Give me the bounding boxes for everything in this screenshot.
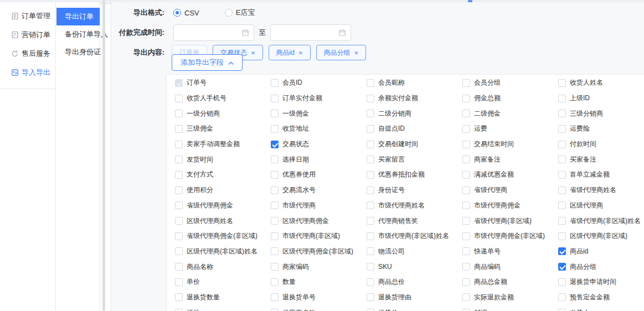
field-checkbox[interactable] <box>175 186 183 194</box>
field-item[interactable]: 省级代理商姓名 <box>558 185 644 195</box>
field-checkbox[interactable] <box>558 171 566 179</box>
field-item[interactable]: 上级ID <box>558 94 644 103</box>
remove-tag-icon[interactable]: × <box>298 49 303 56</box>
tag-product-id[interactable]: 商品id × <box>269 45 311 60</box>
vertical-scrollbar[interactable] <box>102 0 105 311</box>
field-item[interactable]: 买家备注 <box>558 155 644 164</box>
radio-edianbao[interactable]: E店宝 <box>225 8 255 18</box>
field-item[interactable]: 区级代理商(非区域)姓名 <box>175 247 271 256</box>
field-checkbox[interactable] <box>462 95 470 102</box>
field-checkbox[interactable] <box>175 125 183 133</box>
field-item[interactable]: 订单号 <box>175 78 271 87</box>
field-checkbox[interactable] <box>462 141 470 148</box>
field-checkbox[interactable] <box>558 79 566 87</box>
field-item[interactable]: 市级代理商佣金(非区域) <box>462 231 558 241</box>
field-item[interactable]: 商品分组 <box>558 262 644 272</box>
field-item[interactable]: 市级代理商(非区域)姓名 <box>367 231 462 241</box>
field-item[interactable]: 省级代理商(非区域) <box>462 216 558 226</box>
field-item[interactable]: 收货人手机号 <box>175 94 271 103</box>
field-checkbox[interactable] <box>462 110 470 117</box>
field-item[interactable]: 交易结束时间 <box>462 139 558 149</box>
field-item[interactable]: 区级代理商(非区域) <box>558 231 644 241</box>
field-item[interactable]: 快递单号 <box>462 247 558 256</box>
field-checkbox[interactable] <box>367 201 374 209</box>
field-checkbox[interactable] <box>462 263 470 271</box>
field-item[interactable]: 区级代理商姓名 <box>175 216 271 226</box>
field-item[interactable]: 市级代理商姓名 <box>367 201 462 210</box>
field-checkbox[interactable] <box>175 79 183 87</box>
field-item[interactable]: 发货人 <box>558 308 644 311</box>
field-item[interactable]: 会员昵称 <box>367 78 462 87</box>
field-checkbox[interactable] <box>462 201 470 209</box>
field-item[interactable]: 区级代理商 <box>558 201 644 210</box>
calendar-icon[interactable] <box>338 29 346 37</box>
field-item[interactable]: 邮编 <box>462 308 558 311</box>
field-item[interactable]: 余额实付金额 <box>367 94 462 103</box>
remove-tag-icon[interactable]: × <box>251 49 255 56</box>
field-checkbox[interactable] <box>558 95 566 102</box>
field-checkbox[interactable] <box>462 232 470 240</box>
field-checkbox[interactable] <box>558 217 566 225</box>
field-item[interactable]: 优惠券抵扣金额 <box>367 170 462 179</box>
field-item[interactable]: 实际退款金额 <box>462 293 558 302</box>
field-item[interactable]: SKU <box>367 263 462 271</box>
field-item[interactable]: 交易创建时间 <box>367 139 462 149</box>
field-item[interactable]: 一级佣金 <box>271 109 367 118</box>
sidebar-item-marketing-orders[interactable]: 营销订单 <box>0 25 55 44</box>
field-item[interactable]: 佣金总额 <box>462 94 558 103</box>
field-item[interactable]: 商品编码 <box>462 262 558 272</box>
submenu-item-export-orders[interactable]: 导出订单 <box>56 8 100 25</box>
field-checkbox[interactable] <box>271 278 279 286</box>
radio-circle-icon[interactable] <box>225 9 233 17</box>
field-checkbox[interactable] <box>271 201 279 209</box>
field-item[interactable]: 省级代理商(非区域)姓名 <box>558 216 644 226</box>
field-item[interactable]: 商品名称 <box>175 262 271 272</box>
field-checkbox[interactable] <box>367 293 374 301</box>
field-checkbox[interactable] <box>558 278 566 286</box>
field-checkbox[interactable] <box>175 278 183 286</box>
field-item[interactable]: 商品总金额 <box>462 277 558 287</box>
field-checkbox[interactable] <box>271 232 279 240</box>
field-item[interactable]: 选择日期 <box>271 155 367 164</box>
field-item[interactable]: 商品id <box>558 247 644 256</box>
sidebar-item-order-management[interactable]: 订单管理 <box>0 7 55 25</box>
sidebar-item-import-export[interactable]: 导入导出 <box>0 63 55 82</box>
field-checkbox[interactable] <box>175 263 183 271</box>
field-item[interactable]: 三级佣金 <box>175 124 271 133</box>
field-checkbox[interactable] <box>175 232 183 240</box>
field-item[interactable]: 供应商名称 <box>271 308 367 311</box>
field-item[interactable]: 代理商销售奖 <box>367 216 462 226</box>
field-checkbox[interactable] <box>558 125 566 133</box>
field-checkbox[interactable] <box>271 156 279 163</box>
field-checkbox[interactable] <box>175 247 183 255</box>
field-checkbox[interactable] <box>462 217 470 225</box>
field-checkbox[interactable] <box>558 201 566 209</box>
field-checkbox[interactable] <box>462 247 470 255</box>
field-item[interactable]: 三级分销商 <box>558 109 644 118</box>
field-checkbox[interactable] <box>558 309 566 311</box>
field-checkbox[interactable] <box>175 110 183 117</box>
field-checkbox[interactable] <box>558 232 566 240</box>
field-checkbox[interactable] <box>367 141 374 148</box>
remove-tag-icon[interactable]: × <box>354 49 359 56</box>
field-item[interactable]: 退换货申请时间 <box>558 277 644 287</box>
field-checkbox[interactable] <box>367 247 374 255</box>
field-checkbox[interactable] <box>271 141 279 148</box>
field-checkbox[interactable] <box>558 186 566 194</box>
field-item[interactable]: 市级代理商(非区域) <box>271 231 367 241</box>
field-item[interactable]: 卖家手动调整金额 <box>175 139 271 149</box>
field-checkbox[interactable] <box>367 79 374 87</box>
field-checkbox[interactable] <box>271 263 279 271</box>
tag-product-group[interactable]: 商品分组 × <box>316 45 367 60</box>
field-item[interactable]: 退换货理由 <box>367 293 462 302</box>
field-item[interactable]: 使用积分 <box>175 185 271 195</box>
field-item[interactable]: 收货地址 <box>271 124 367 133</box>
field-checkbox[interactable] <box>175 171 183 179</box>
sidebar-item-after-sales[interactable]: 售后服务 <box>0 44 55 63</box>
field-item[interactable]: 付款时间 <box>558 139 644 149</box>
add-export-fields-button[interactable]: 添加导出字段 <box>172 54 243 71</box>
field-item[interactable]: 数量 <box>271 277 367 287</box>
field-item[interactable]: 发货时间 <box>175 155 271 164</box>
field-checkbox[interactable] <box>271 247 279 255</box>
field-item[interactable]: 交易流水号 <box>271 185 367 195</box>
